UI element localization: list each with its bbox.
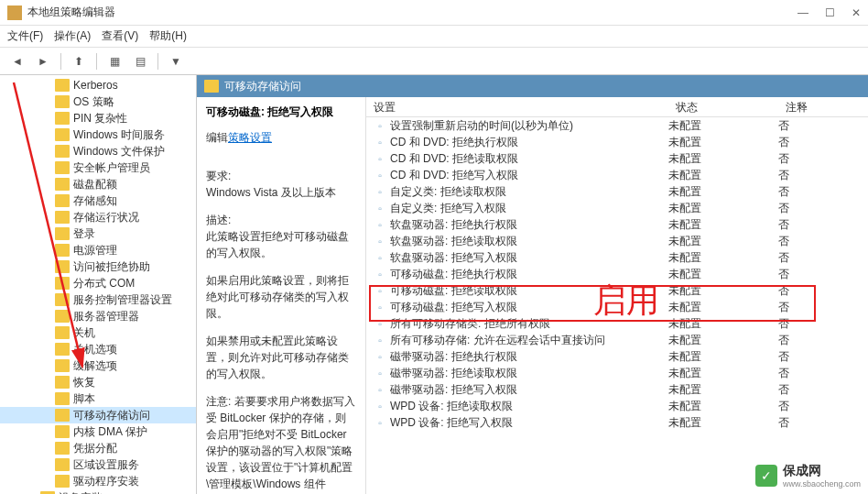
tree-item[interactable]: OS 策略 — [0, 93, 196, 110]
tree-item[interactable]: PIN 复杂性 — [0, 110, 196, 126]
tree-item[interactable]: 服务控制管理器设置 — [0, 291, 196, 308]
folder-icon — [55, 376, 70, 389]
list-row[interactable]: ▫自定义类: 拒绝写入权限未配置否 — [366, 200, 868, 216]
folder-icon — [55, 409, 70, 422]
list-button[interactable]: ▤ — [130, 51, 150, 71]
desc-text-2: 如果启用此策略设置，则将拒绝对此可移动存储类的写入权限。 — [206, 272, 356, 322]
row-state: 未配置 — [668, 333, 778, 348]
setting-icon: ▫ — [374, 284, 386, 297]
row-state: 未配置 — [668, 283, 778, 299]
back-button[interactable]: ◄ — [7, 51, 27, 71]
folder-icon — [55, 425, 70, 438]
tree-item[interactable]: 登录 — [0, 225, 196, 242]
tree-item[interactable]: 恢复 — [0, 374, 196, 390]
tree-item[interactable]: 分布式 COM — [0, 275, 196, 291]
tree-item[interactable]: 缓解选项 — [0, 357, 196, 374]
row-note: 否 — [778, 135, 868, 150]
row-note: 否 — [778, 250, 868, 266]
col-note[interactable]: 注释 — [778, 97, 868, 116]
menu-file[interactable]: 文件(F) — [7, 28, 43, 44]
toolbar: ◄ ► ⬆ ▦ ▤ ▼ — [0, 48, 868, 75]
list-row[interactable]: ▫CD 和 DVD: 拒绝读取权限未配置否 — [366, 150, 868, 167]
list-row[interactable]: ▫CD 和 DVD: 拒绝写入权限未配置否 — [366, 167, 868, 183]
tree-item[interactable]: 服务器管理器 — [0, 308, 196, 324]
settings-list[interactable]: 设置 状态 注释 ▫设置强制重新启动的时间(以秒为单位)未配置否▫CD 和 DV… — [366, 97, 868, 494]
list-row[interactable]: ▫所有可移动存储类: 拒绝所有权限未配置否 — [366, 315, 868, 332]
list-row[interactable]: ▫磁带驱动器: 拒绝写入权限未配置否 — [366, 381, 868, 398]
tree-item[interactable]: Windows 文件保护 — [0, 143, 196, 159]
list-row[interactable]: ▫WPD 设备: 拒绝写入权限未配置否 — [366, 414, 868, 431]
col-state[interactable]: 状态 — [668, 97, 778, 116]
tree-item[interactable]: 内核 DMA 保护 — [0, 423, 196, 440]
row-setting: 软盘驱动器: 拒绝读取权限 — [390, 234, 668, 249]
tree-item-label: PIN 复杂性 — [73, 111, 127, 126]
menu-help[interactable]: 帮助(H) — [149, 28, 187, 44]
row-setting: 可移动磁盘: 拒绝读取权限 — [390, 283, 668, 299]
row-state: 未配置 — [668, 382, 778, 398]
folder-icon — [55, 244, 70, 257]
folder-icon — [55, 293, 70, 306]
properties-button[interactable]: ▦ — [104, 51, 125, 71]
maximize-button[interactable]: ☐ — [825, 6, 835, 19]
row-setting: CD 和 DVD: 拒绝执行权限 — [390, 135, 668, 150]
row-setting: 磁带驱动器: 拒绝执行权限 — [390, 349, 668, 365]
row-note: 否 — [778, 333, 868, 348]
up-button[interactable]: ⬆ — [69, 51, 89, 71]
content-header-title: 可移动存储访问 — [224, 79, 301, 94]
watermark-url: www.sbaocheng.com — [783, 479, 861, 489]
tree-item[interactable]: 关机选项 — [0, 341, 196, 357]
tree-item[interactable]: 存储感知 — [0, 192, 196, 209]
watermark: ✓ 保成网 www.sbaocheng.com — [755, 463, 861, 489]
list-row[interactable]: ▫所有可移动存储: 允许在远程会话中直接访问未配置否 — [366, 332, 868, 348]
row-state: 未配置 — [668, 415, 778, 431]
tree-item-label: Kerberos — [73, 79, 118, 92]
list-row[interactable]: ▫磁带驱动器: 拒绝执行权限未配置否 — [366, 348, 868, 365]
list-row[interactable]: ▫CD 和 DVD: 拒绝执行权限未配置否 — [366, 134, 868, 150]
tree-item[interactable]: Windows 时间服务 — [0, 126, 196, 143]
row-note: 否 — [778, 118, 868, 134]
filter-button[interactable]: ▼ — [166, 51, 186, 71]
row-note: 否 — [778, 151, 868, 167]
forward-button[interactable]: ► — [33, 51, 53, 71]
list-row[interactable]: ▫磁带驱动器: 拒绝读取权限未配置否 — [366, 365, 868, 381]
folder-icon — [55, 359, 70, 372]
list-row[interactable]: ▫可移动磁盘: 拒绝读取权限未配置否 — [366, 282, 868, 299]
menu-view[interactable]: 查看(V) — [102, 28, 138, 44]
folder-icon — [55, 475, 70, 488]
tree-item[interactable]: Kerberos — [0, 77, 196, 93]
list-row[interactable]: ▫自定义类: 拒绝读取权限未配置否 — [366, 183, 868, 200]
tree-item[interactable]: 凭据分配 — [0, 440, 196, 456]
desc-text-3: 如果禁用或未配置此策略设置，则允许对此可移动存储类的写入权限。 — [206, 333, 356, 382]
edit-policy-link[interactable]: 策略设置 — [228, 129, 272, 146]
col-setting[interactable]: 设置 — [366, 97, 668, 116]
minimize-button[interactable]: — — [797, 6, 808, 19]
setting-icon: ▫ — [374, 383, 386, 396]
tree-pane[interactable]: KerberosOS 策略PIN 复杂性Windows 时间服务Windows … — [0, 75, 197, 494]
tree-item[interactable]: 可移动存储访问 — [0, 407, 196, 423]
tree-item-label: 存储感知 — [73, 193, 117, 209]
tree-item[interactable]: 存储运行状况 — [0, 209, 196, 225]
tree-item[interactable]: ⌄设备安装 — [0, 489, 196, 494]
tree-item[interactable]: 安全帐户管理员 — [0, 159, 196, 176]
tree-item[interactable]: 电源管理 — [0, 242, 196, 258]
tree-item[interactable]: 驱动程序安装 — [0, 473, 196, 489]
description-pane: 可移动磁盘: 拒绝写入权限 编辑策略设置 要求: Windows Vista 及… — [197, 97, 366, 494]
list-row[interactable]: ▫可移动磁盘: 拒绝执行权限未配置否 — [366, 266, 868, 282]
tree-item[interactable]: 磁盘配额 — [0, 176, 196, 192]
tree-item-label: 驱动程序安装 — [73, 474, 139, 489]
row-note: 否 — [778, 168, 868, 183]
list-row[interactable]: ▫软盘驱动器: 拒绝写入权限未配置否 — [366, 249, 868, 266]
list-row[interactable]: ▫WPD 设备: 拒绝读取权限未配置否 — [366, 398, 868, 414]
tree-item[interactable]: 脚本 — [0, 390, 196, 407]
close-button[interactable]: ✕ — [852, 6, 861, 19]
tree-item[interactable]: 区域设置服务 — [0, 456, 196, 473]
row-state: 未配置 — [668, 366, 778, 381]
list-row[interactable]: ▫软盘驱动器: 拒绝读取权限未配置否 — [366, 233, 868, 249]
menu-action[interactable]: 操作(A) — [54, 28, 91, 44]
list-row[interactable]: ▫设置强制重新启动的时间(以秒为单位)未配置否 — [366, 117, 868, 134]
list-row[interactable]: ▫软盘驱动器: 拒绝执行权限未配置否 — [366, 216, 868, 233]
setting-icon: ▫ — [374, 202, 386, 214]
list-row[interactable]: ▫可移动磁盘: 拒绝写入权限未配置否 — [366, 299, 868, 315]
tree-item[interactable]: 访问被拒绝协助 — [0, 258, 196, 275]
tree-item[interactable]: 关机 — [0, 324, 196, 341]
